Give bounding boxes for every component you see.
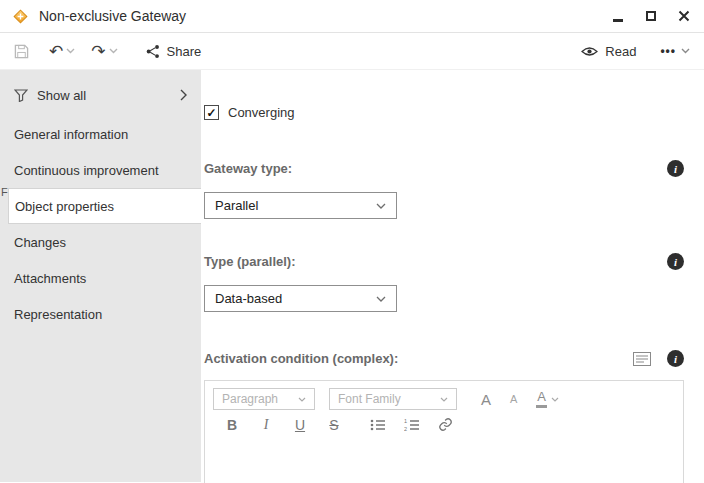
rich-text-editor: Paragraph Font Family A A [204, 380, 684, 483]
font-color-button[interactable]: A [536, 390, 559, 408]
undo-button[interactable]: ↶ [49, 43, 75, 60]
minimize-button[interactable] [610, 8, 626, 24]
editor-content-area[interactable] [205, 437, 683, 483]
redo-icon: ↷ [91, 43, 105, 60]
sidebar-item-general-information[interactable]: General information [0, 116, 201, 152]
redo-button[interactable]: ↷ [91, 43, 117, 60]
window-title: Non-exclusive Gateway [39, 8, 186, 24]
save-button[interactable] [14, 44, 29, 59]
sidebar-item-changes[interactable]: Changes [0, 224, 201, 260]
ellipsis-icon: ••• [660, 44, 676, 58]
editor-toolbar-row-2: B I U S 1 2 [213, 412, 675, 437]
chevron-down-icon [298, 397, 306, 402]
font-family-value: Font Family [338, 392, 401, 406]
redo-dropdown-chevron-icon[interactable] [109, 48, 118, 54]
window-controls [610, 8, 692, 24]
numbered-list-button[interactable]: 1 2 [395, 418, 429, 432]
share-label: Share [167, 44, 202, 59]
share-icon [146, 44, 160, 59]
chevron-down-icon [551, 397, 559, 402]
close-button[interactable] [676, 8, 692, 24]
dialog-body: Show all General information Continuous … [0, 70, 704, 482]
activation-condition-label: Activation condition (complex): [204, 351, 398, 366]
gateway-diamond-icon [12, 8, 29, 25]
decrease-font-size-button[interactable]: A [510, 393, 517, 405]
chevron-down-icon [440, 397, 448, 402]
chevron-down-icon [376, 296, 386, 302]
font-family-select[interactable]: Font Family [329, 388, 457, 410]
undo-icon: ↶ [49, 43, 63, 60]
chevron-down-icon [376, 203, 386, 209]
filter-icon [14, 89, 28, 102]
chevron-right-icon [180, 89, 187, 101]
font-color-icon: A [536, 390, 547, 408]
gateway-type-label: Gateway type: [204, 161, 292, 176]
maximize-icon [646, 11, 656, 21]
sidebar-item-label: Attachments [14, 271, 86, 286]
type-parallel-info-icon[interactable]: i [667, 253, 684, 270]
type-parallel-value: Data-based [215, 291, 282, 306]
type-parallel-label: Type (parallel): [204, 254, 296, 269]
sidebar-item-label: General information [14, 127, 128, 142]
gateway-type-label-row: Gateway type: i [204, 160, 684, 177]
increase-font-size-button[interactable]: A [481, 391, 491, 408]
gateway-type-select[interactable]: Parallel [204, 192, 397, 219]
expand-editor-icon[interactable] [633, 352, 651, 366]
close-icon [678, 10, 690, 22]
converging-row: ✓ Converging [204, 105, 684, 120]
sidebar-item-representation[interactable]: Representation [0, 296, 201, 332]
sidebar-item-attachments[interactable]: Attachments [0, 260, 201, 296]
italic-button[interactable]: I [249, 417, 283, 433]
undo-dropdown-chevron-icon[interactable] [66, 48, 75, 54]
sidebar-item-object-properties[interactable]: Object properties [8, 188, 201, 224]
sidebar-item-label: Representation [14, 307, 102, 322]
activation-condition-info-icon[interactable]: i [667, 350, 684, 367]
editor-toolbar-row-1: Paragraph Font Family A A [213, 386, 675, 412]
share-button[interactable]: Share [146, 44, 202, 59]
paragraph-style-select[interactable]: Paragraph [213, 388, 315, 410]
minimize-icon [613, 19, 623, 22]
eye-icon [581, 46, 598, 57]
link-button[interactable] [429, 417, 462, 432]
font-size-buttons: A A A [481, 390, 559, 408]
svg-text:2: 2 [404, 426, 407, 432]
sidebar-item-label: Changes [14, 235, 66, 250]
bold-button[interactable]: B [215, 417, 249, 433]
converging-checkbox[interactable]: ✓ [204, 105, 219, 120]
read-label: Read [605, 44, 636, 59]
sidebar: Show all General information Continuous … [0, 70, 201, 482]
type-parallel-select[interactable]: Data-based [204, 285, 397, 312]
type-parallel-label-row: Type (parallel): i [204, 253, 684, 270]
properties-panel: ✓ Converging Gateway type: i Parallel Ty… [201, 70, 704, 482]
show-all-label: Show all [37, 88, 86, 103]
bullet-list-button[interactable] [361, 418, 395, 432]
save-icon [14, 44, 29, 59]
converging-label: Converging [228, 105, 295, 120]
sidebar-item-continuous-improvement[interactable]: Continuous improvement [0, 152, 201, 188]
sidebar-show-all[interactable]: Show all [0, 80, 201, 110]
svg-text:1: 1 [404, 418, 407, 424]
activation-condition-label-row: Activation condition (complex): i [204, 350, 684, 367]
more-menu-button[interactable]: ••• [660, 44, 690, 58]
toolbar: ↶ ↷ Share Read [0, 33, 704, 70]
background-edge-letter: F [1, 186, 8, 198]
toolbar-right: Read ••• [581, 44, 690, 59]
sidebar-item-label: Object properties [15, 199, 114, 214]
maximize-button[interactable] [643, 8, 659, 24]
titlebar: Non-exclusive Gateway [0, 0, 704, 33]
read-mode-button[interactable]: Read [581, 44, 636, 59]
more-dropdown-chevron-icon [681, 48, 690, 54]
strikethrough-button[interactable]: S [317, 417, 351, 433]
gateway-type-value: Parallel [215, 198, 258, 213]
paragraph-style-value: Paragraph [222, 392, 278, 406]
gateway-type-info-icon[interactable]: i [667, 160, 684, 177]
editor-toolbar: Paragraph Font Family A A [205, 381, 683, 437]
underline-button[interactable]: U [283, 417, 317, 433]
sidebar-item-label: Continuous improvement [14, 163, 159, 178]
